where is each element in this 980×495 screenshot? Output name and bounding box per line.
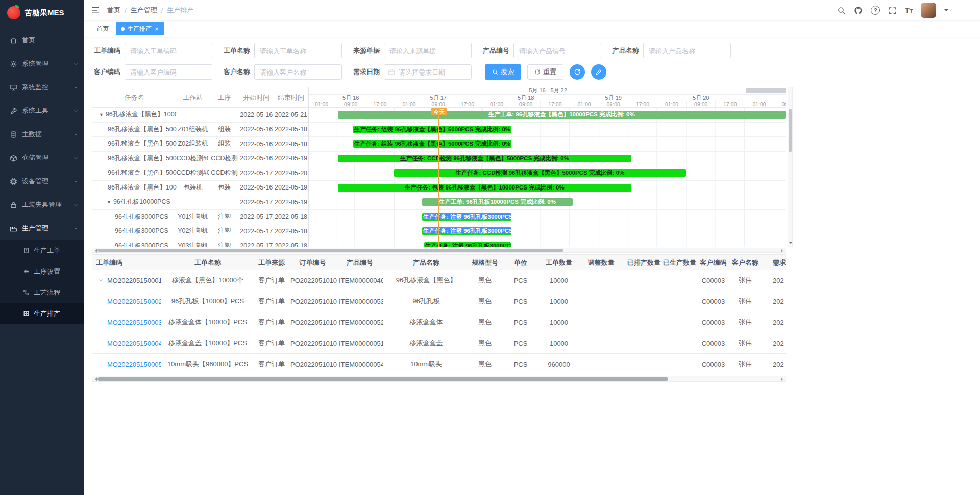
sidebar-item-warehouse[interactable]: 仓储管理	[0, 146, 84, 170]
source-doc-input[interactable]	[384, 43, 472, 58]
sidebar-item-system-tools[interactable]: 系统工具	[0, 99, 84, 123]
demand-date-input[interactable]	[384, 64, 472, 80]
order-row[interactable]: MO202205150001 移液盒【黑色】10000个 客户订单 PO2022…	[92, 270, 786, 291]
fullscreen-icon[interactable]	[888, 6, 897, 15]
scroll-left-icon[interactable]	[93, 377, 97, 381]
task-process: 注塑	[210, 213, 239, 221]
gantt-task-row[interactable]: ▼96孔孔板10000PCS 2022-05-17 2022-05-19	[92, 195, 308, 210]
chevron-down-icon[interactable]	[98, 277, 104, 284]
scrollbar-thumb[interactable]	[97, 377, 668, 381]
refresh-circle-button[interactable]	[570, 64, 585, 80]
breadcrumb-production[interactable]: 生产管理	[131, 6, 157, 15]
sidebar-item-production-work-order[interactable]: 生产工单	[0, 240, 84, 261]
order-row[interactable]: MO202205150003 移液盒盒体【10000】PCS 客户订单 PO20…	[92, 312, 786, 333]
gantt-bar-task[interactable]: 生产任务: CCD检测 96孔移液盒【黑色】5000PCS 完成比例: 0%	[394, 169, 686, 177]
edit-circle-button[interactable]	[591, 64, 606, 80]
order-code-link[interactable]: MO202205150004	[107, 340, 161, 347]
order-row[interactable]: MO202205150004 移液盒盒盖【10000】PCS 客户订单 PO20…	[92, 333, 786, 354]
hour-cell: 01:00	[745, 101, 774, 107]
github-icon[interactable]	[854, 6, 863, 15]
scroll-left-icon[interactable]	[93, 249, 97, 253]
gantt-bar-task[interactable]: 生产任务: 注塑 96孔孔板3000PCS 完成比例: 0%	[422, 227, 511, 235]
product-code: ITEM00000053	[337, 291, 383, 312]
gantt-horizontal-scrollbar[interactable]	[92, 248, 786, 253]
app-title: 苦糖果MES	[24, 8, 64, 18]
scheduled-qty	[625, 312, 661, 333]
customer-code-input[interactable]	[125, 64, 212, 80]
order-code-link[interactable]: MO202205150002	[107, 298, 161, 305]
gantt-bar-task[interactable]: 生产任务: CCD检测 96孔移液盒【黑色】5000PCS 完成比例: 0%	[338, 155, 631, 162]
gantt-task-row[interactable]: 96孔移液盒【黑色】5000PCS Z01组装机 组装 2022-05-16 2…	[92, 123, 308, 137]
gantt-task-row[interactable]: 96孔孔板3000PCS Y02注塑机 注塑 2022-05-17 2022-0…	[92, 224, 308, 239]
order-code[interactable]: MO202205150001	[107, 277, 161, 285]
gantt-task-row[interactable]: 96孔孔板3000PCS Y01注塑机 注塑 2022-05-17 2022-0…	[92, 210, 308, 225]
sidebar-item-process-flow[interactable]: 工艺流程	[0, 282, 84, 303]
pencil-icon	[595, 68, 602, 76]
gantt-task-row[interactable]: 96孔移液盒【黑色】5000PCS CCD检测#02 CCD检测 2022-05…	[92, 166, 308, 181]
sidebar-item-home[interactable]: 首页	[0, 29, 84, 52]
gantt-task-row[interactable]: 96孔孔板3000PCS Y03注塑机 注塑 2022-05-17 2022-0…	[92, 239, 308, 248]
gantt-task-row[interactable]: 96孔移液盒【黑色】5000PCS Z02组装机 组装 2022-05-16 2…	[92, 137, 308, 152]
day-cell: 5月 20	[657, 95, 745, 101]
scheduled-qty	[625, 270, 661, 291]
task-name: 96孔移液盒【黑色】5000PCS	[108, 139, 177, 148]
search-button[interactable]: 搜索	[485, 64, 521, 80]
gantt-vertical-scrollbar[interactable]	[788, 87, 793, 247]
product-name: 96孔移液盒【黑色】	[383, 270, 470, 291]
gantt-task-row[interactable]: 96孔移液盒【黑色】10000PCS 包装机 包装 2022-05-16 202…	[92, 181, 308, 196]
gantt-bar-work-order[interactable]: 生产工单: 96孔孔板10000PCS 完成比例: 0%	[422, 198, 573, 206]
breadcrumb-home[interactable]: 首页	[107, 6, 120, 15]
tab-production-scheduling[interactable]: 生产排产 ×	[116, 22, 164, 35]
orders-horizontal-scrollbar[interactable]	[92, 376, 786, 382]
sidebar-item-production-scheduling[interactable]: 生产排产	[0, 303, 84, 324]
column-start-time: 开始时间	[239, 93, 274, 102]
scroll-right-icon[interactable]	[781, 249, 785, 253]
sidebar-item-production[interactable]: 生产管理	[0, 217, 84, 240]
order-code-link[interactable]: MO202205150003	[107, 319, 161, 326]
demand-date: 202	[761, 291, 786, 312]
source-doc-label: 来源单据	[351, 46, 380, 55]
collapse-triangle-icon[interactable]: ▼	[99, 112, 104, 117]
sidebar-item-master-data[interactable]: 主数据	[0, 123, 84, 146]
order-row[interactable]: MO202205150005 10mm吸头【960000】PCS 客户订单 PO…	[92, 354, 786, 373]
font-size-icon[interactable]: TT	[905, 6, 913, 14]
app-logo[interactable]: 苦糖果MES	[0, 0, 84, 26]
scroll-down-icon[interactable]	[789, 242, 793, 246]
gantt-bar-task[interactable]: 生产任务: 包装 96孔移液盒【黑色】10000PCS 完成比例: 0%	[338, 184, 631, 192]
gantt-bar-task[interactable]: 生产任务: 组装 96孔移液盒【黑色】5000PCS 完成比例: 0%	[353, 140, 511, 148]
timeline-scrollbar-thumb[interactable]	[746, 88, 786, 93]
product-code-input[interactable]	[513, 43, 601, 58]
demand-date: 202	[761, 312, 786, 333]
gantt-task-row[interactable]: ▼96孔移液盒【黑色】10000PCS 2022-05-16 2022-05-2…	[92, 108, 308, 123]
tab-home[interactable]: 首页	[92, 22, 113, 35]
gantt-bar-task[interactable]: 生产任务: 注塑 96孔孔板3000PCS 完成比例: 0%	[422, 213, 511, 221]
sidebar-item-system-admin[interactable]: 系统管理	[0, 52, 84, 76]
sidebar-item-fixture[interactable]: 工装夹具管理	[0, 193, 84, 217]
task-end: 2022-05-18	[274, 126, 308, 133]
help-icon[interactable]: ?	[871, 6, 880, 15]
gantt-task-row[interactable]: 96孔移液盒【黑色】5000PCS CCD检测#01 CCD检测 2022-05…	[92, 152, 308, 167]
close-icon[interactable]: ×	[154, 26, 159, 32]
sidebar-item-process-settings[interactable]: 工序设置	[0, 261, 84, 282]
customer-name-input[interactable]	[254, 64, 342, 80]
scrollbar-thumb[interactable]	[97, 249, 564, 252]
scroll-right-icon[interactable]	[781, 377, 785, 381]
menu-toggle-icon[interactable]	[91, 6, 100, 15]
gantt-bar-task[interactable]: 生产任务: 组装 96孔移液盒【黑色】5000PCS 完成比例: 0%	[353, 126, 511, 133]
gantt-bar-task[interactable]: 生产任务: 注塑 96孔孔板3000PCS 完成比例: 0%	[424, 242, 511, 248]
sidebar-item-equipment[interactable]: 设备管理	[0, 170, 84, 193]
gantt-bar-work-order[interactable]: 生产工单: 96孔移液盒【黑色】10000PCS 完成比例: 0%	[338, 111, 786, 119]
user-avatar[interactable]	[921, 3, 936, 18]
order-code-link[interactable]: MO202205150005	[107, 361, 161, 368]
scrollbar-thumb[interactable]	[789, 109, 792, 152]
sidebar-item-system-monitor[interactable]: 系统监控	[0, 76, 84, 99]
order-name: 移液盒盒体【10000】PCS	[161, 312, 255, 333]
work-order-code-input[interactable]	[125, 43, 212, 58]
product-name-input[interactable]	[643, 43, 731, 58]
order-row[interactable]: MO202205150002 96孔孔板【10000】PCS 客户订单 PO20…	[92, 291, 786, 312]
search-icon[interactable]	[837, 6, 846, 15]
caret-down-icon[interactable]	[944, 9, 948, 13]
work-order-name-input[interactable]	[254, 43, 342, 58]
reset-button[interactable]: 重置	[527, 64, 564, 80]
collapse-triangle-icon[interactable]: ▼	[107, 200, 111, 205]
